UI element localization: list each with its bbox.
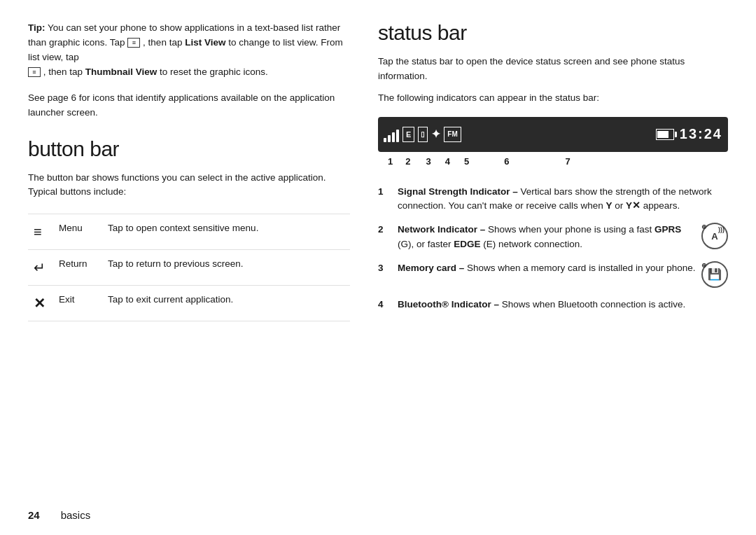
tip-thumbnailview: Thumbnail View xyxy=(85,67,158,77)
list-item: 3 Memory card – Shows when a memory card… xyxy=(378,261,728,288)
battery-icon xyxy=(656,129,674,140)
page-label: basics xyxy=(61,509,91,521)
button-bar-heading: button bar xyxy=(28,137,350,161)
page-number: 24 xyxy=(28,509,40,521)
tip-listview: List View xyxy=(185,37,225,48)
tip-paragraph: Tip: You can set your phone to show appl… xyxy=(28,21,350,80)
list-item: 2 Network Indicator – Shows when your ph… xyxy=(378,223,728,251)
indicator-4-content: Bluetooth® Indicator – Shows when Blueto… xyxy=(398,298,728,312)
indicator-4-title: Bluetooth® Indicator – xyxy=(398,299,499,310)
signal-bar-1 xyxy=(384,138,386,142)
memory-card-icon: ▯ xyxy=(418,127,428,142)
list-item: 4 Bluetooth® Indicator – Shows when Blue… xyxy=(378,298,728,312)
return-desc-cell: Tap to return to previous screen. xyxy=(102,250,350,286)
exit-name-cell: Exit xyxy=(53,286,102,321)
indicator-number-3: 3 xyxy=(378,261,393,275)
edge-indicator-icon: E xyxy=(402,127,414,142)
num-label-5: 5 xyxy=(464,156,469,167)
left-column: Tip: You can set your phone to show appl… xyxy=(28,21,350,333)
card-icon: 💾 xyxy=(708,266,722,283)
status-bar-right: 13:24 xyxy=(656,126,722,142)
status-bar-left-icons: E ▯ ✦ FM xyxy=(384,127,461,142)
status-desc1: Tap the status bar to open the device st… xyxy=(378,55,728,84)
status-bar-heading: status bar xyxy=(378,21,728,45)
antenna-letter: A xyxy=(711,230,718,244)
tip-bold: Tip: xyxy=(28,22,46,33)
menu-icon-cell: ≡ xyxy=(28,214,53,250)
right-column: status bar Tap the status bar to open th… xyxy=(378,21,728,333)
indicator-1-title: Signal Strength Indicator – xyxy=(398,186,518,197)
status-bar-container: E ▯ ✦ FM 13:24 xyxy=(378,117,728,171)
menu-desc-cell: Tap to open context sensitive menu. xyxy=(102,214,350,250)
tip-icon1: ≡ xyxy=(127,38,140,48)
return-icon-cell: ↵ xyxy=(28,250,53,286)
plus-sign-2-icon: ⊕ xyxy=(701,261,707,271)
button-bar-table: ≡ Menu Tap to open context sensitive men… xyxy=(28,214,350,321)
button-bar-description: The button bar shows functions you can s… xyxy=(28,171,350,200)
plus-sign-icon: ⊕ xyxy=(701,223,707,232)
num-label-2: 2 xyxy=(405,156,410,167)
indicator-numbers-row: 1 2 3 4 5 6 7 xyxy=(378,152,728,171)
table-row: ✕ Exit Tap to exit current application. xyxy=(28,286,350,321)
menu-name-cell: Menu xyxy=(53,214,102,250)
signal-bars-icon xyxy=(384,127,399,142)
indicator-4-text: Shows when Bluetooth connection is activ… xyxy=(502,299,686,310)
indicator-3-text: Shows when a memory card is installed in… xyxy=(467,263,695,273)
num-label-6: 6 xyxy=(504,156,509,167)
status-bar-visual: E ▯ ✦ FM 13:24 xyxy=(378,117,728,152)
page-footer: 24 basics xyxy=(28,509,90,521)
status-time: 13:24 xyxy=(680,126,722,142)
antenna-signal-icon: ))) xyxy=(718,225,724,235)
memory-card-indicator-icon: ⊕ 💾 xyxy=(701,261,728,288)
indicator-2-content: Network Indicator – Shows when your phon… xyxy=(398,223,696,251)
battery-fill xyxy=(657,131,668,138)
status-desc2: The following indicators can appear in t… xyxy=(378,91,728,106)
indicator-number-4: 4 xyxy=(378,298,393,312)
table-row: ≡ Menu Tap to open context sensitive men… xyxy=(28,214,350,250)
indicator-3-content: Memory card – Shows when a memory card i… xyxy=(398,261,696,275)
num-label-7: 7 xyxy=(565,156,570,167)
indicator-number-2: 2 xyxy=(378,223,393,237)
signal-bar-3 xyxy=(392,132,395,142)
network-indicator-icon: ⊕ A ))) xyxy=(701,223,728,249)
exit-desc-cell: Tap to exit current application. xyxy=(102,286,350,321)
page-layout: Tip: You can set your phone to show appl… xyxy=(28,21,728,333)
exit-icon-cell: ✕ xyxy=(28,286,53,321)
bluetooth-icon: ✦ xyxy=(431,127,440,141)
tip-end: , then tap xyxy=(43,67,85,77)
indicator-1-content: Signal Strength Indicator – Vertical bar… xyxy=(398,185,728,214)
num-label-4: 4 xyxy=(445,156,450,167)
tip-middle: , then tap xyxy=(143,37,185,48)
signal-bar-4 xyxy=(396,130,399,142)
num-label-3: 3 xyxy=(426,156,430,167)
indicator-3-title: Memory card – xyxy=(398,263,464,273)
signal-bar-2 xyxy=(388,135,391,142)
indicator-number-1: 1 xyxy=(378,185,393,199)
see-page-text: See page 6 for icons that identify appli… xyxy=(28,91,350,120)
table-row: ↵ Return Tap to return to previous scree… xyxy=(28,250,350,286)
num-label-1: 1 xyxy=(388,156,393,167)
return-name-cell: Return xyxy=(53,250,102,286)
tip-icon2: ≡ xyxy=(28,67,41,77)
fm-indicator-icon: FM xyxy=(444,127,461,142)
tip-end2: to reset the graphic icons. xyxy=(160,67,268,77)
indicator-2-title: Network Indicator – xyxy=(398,224,485,235)
indicator-list: 1 Signal Strength Indicator – Vertical b… xyxy=(378,185,728,312)
list-item: 1 Signal Strength Indicator – Vertical b… xyxy=(378,185,728,214)
